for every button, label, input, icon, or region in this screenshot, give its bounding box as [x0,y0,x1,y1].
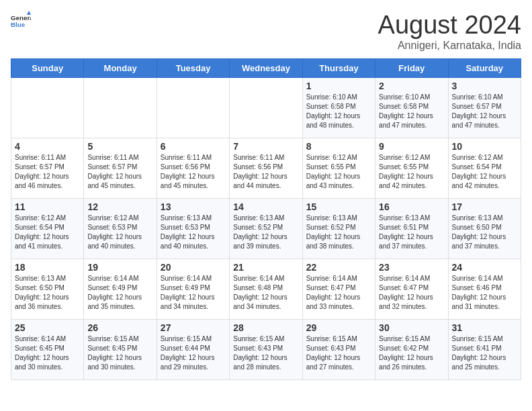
calendar-cell: 2Sunrise: 6:10 AM Sunset: 6:58 PM Daylig… [375,78,448,138]
day-number: 13 [161,201,226,212]
calendar-cell: 18Sunrise: 6:13 AM Sunset: 6:50 PM Dayli… [11,259,84,320]
day-number: 23 [379,262,444,273]
weekday-header-row: SundayMondayTuesdayWednesdayThursdayFrid… [11,59,521,78]
day-number: 25 [15,322,80,333]
title-block: August 2024 Annigeri, Karnataka, India [378,11,521,52]
calendar-cell [157,78,229,138]
day-info: Sunrise: 6:12 AM Sunset: 6:55 PM Dayligh… [306,153,371,191]
weekday-header-friday: Friday [375,59,448,78]
day-info: Sunrise: 6:14 AM Sunset: 6:49 PM Dayligh… [87,274,152,312]
day-number: 22 [306,262,371,273]
calendar-cell: 8Sunrise: 6:12 AM Sunset: 6:55 PM Daylig… [302,138,375,199]
calendar-cell: 24Sunrise: 6:14 AM Sunset: 6:46 PM Dayli… [448,259,521,320]
day-number: 16 [379,201,444,212]
calendar-cell: 17Sunrise: 6:13 AM Sunset: 6:50 PM Dayli… [448,199,521,259]
location: Annigeri, Karnataka, India [378,40,521,52]
weekday-header-wednesday: Wednesday [230,59,302,78]
day-number: 24 [452,262,517,273]
month-title: August 2024 [378,11,521,40]
weekday-header-sunday: Sunday [11,59,84,78]
day-number: 30 [379,322,444,333]
calendar-cell: 20Sunrise: 6:14 AM Sunset: 6:49 PM Dayli… [157,259,229,320]
logo-icon: General Blue [11,11,31,31]
calendar-cell: 5Sunrise: 6:11 AM Sunset: 6:57 PM Daylig… [84,138,157,199]
day-number: 19 [87,262,152,273]
day-number: 17 [452,201,517,212]
day-info: Sunrise: 6:12 AM Sunset: 6:54 PM Dayligh… [452,153,517,191]
calendar-cell: 16Sunrise: 6:13 AM Sunset: 6:51 PM Dayli… [375,199,448,259]
weekday-header-monday: Monday [84,59,157,78]
calendar-cell: 7Sunrise: 6:11 AM Sunset: 6:56 PM Daylig… [230,138,302,199]
calendar-table: SundayMondayTuesdayWednesdayThursdayFrid… [11,58,521,380]
day-info: Sunrise: 6:14 AM Sunset: 6:46 PM Dayligh… [452,274,517,312]
day-info: Sunrise: 6:14 AM Sunset: 6:45 PM Dayligh… [15,334,80,372]
calendar-week-row: 25Sunrise: 6:14 AM Sunset: 6:45 PM Dayli… [11,320,521,380]
day-info: Sunrise: 6:12 AM Sunset: 6:54 PM Dayligh… [15,214,80,251]
day-info: Sunrise: 6:10 AM Sunset: 6:57 PM Dayligh… [452,93,517,130]
day-info: Sunrise: 6:14 AM Sunset: 6:48 PM Dayligh… [233,274,298,312]
calendar-week-row: 4Sunrise: 6:11 AM Sunset: 6:57 PM Daylig… [11,138,521,199]
calendar-cell: 10Sunrise: 6:12 AM Sunset: 6:54 PM Dayli… [448,138,521,199]
day-info: Sunrise: 6:15 AM Sunset: 6:41 PM Dayligh… [452,334,517,372]
calendar-cell [11,78,84,138]
day-number: 5 [87,141,152,152]
day-info: Sunrise: 6:13 AM Sunset: 6:52 PM Dayligh… [233,214,298,251]
day-info: Sunrise: 6:13 AM Sunset: 6:52 PM Dayligh… [306,214,371,251]
calendar-cell [84,78,157,138]
day-number: 3 [452,81,517,91]
day-number: 29 [306,322,371,333]
day-number: 4 [15,141,80,152]
weekday-header-saturday: Saturday [448,59,521,78]
day-number: 27 [161,322,226,333]
day-info: Sunrise: 6:15 AM Sunset: 6:43 PM Dayligh… [233,334,298,372]
svg-marker-2 [27,11,31,15]
calendar-cell: 13Sunrise: 6:13 AM Sunset: 6:53 PM Dayli… [157,199,229,259]
day-number: 12 [87,201,152,212]
day-info: Sunrise: 6:10 AM Sunset: 6:58 PM Dayligh… [306,93,371,130]
day-number: 20 [161,262,226,273]
svg-text:Blue: Blue [11,21,26,28]
day-info: Sunrise: 6:15 AM Sunset: 6:45 PM Dayligh… [87,334,152,372]
svg-text:General: General [11,14,31,21]
day-info: Sunrise: 6:11 AM Sunset: 6:57 PM Dayligh… [87,153,152,191]
day-number: 28 [233,322,298,333]
day-info: Sunrise: 6:14 AM Sunset: 6:47 PM Dayligh… [379,274,444,312]
calendar-cell: 30Sunrise: 6:15 AM Sunset: 6:42 PM Dayli… [375,320,448,380]
calendar-cell: 19Sunrise: 6:14 AM Sunset: 6:49 PM Dayli… [84,259,157,320]
day-info: Sunrise: 6:15 AM Sunset: 6:44 PM Dayligh… [161,334,226,372]
day-info: Sunrise: 6:11 AM Sunset: 6:57 PM Dayligh… [15,153,80,191]
day-number: 21 [233,262,298,273]
day-number: 8 [306,141,371,152]
calendar-cell: 29Sunrise: 6:15 AM Sunset: 6:43 PM Dayli… [302,320,375,380]
calendar-week-row: 11Sunrise: 6:12 AM Sunset: 6:54 PM Dayli… [11,199,521,259]
day-info: Sunrise: 6:13 AM Sunset: 6:53 PM Dayligh… [161,214,226,251]
calendar-cell: 3Sunrise: 6:10 AM Sunset: 6:57 PM Daylig… [448,78,521,138]
day-info: Sunrise: 6:13 AM Sunset: 6:51 PM Dayligh… [379,214,444,251]
day-info: Sunrise: 6:11 AM Sunset: 6:56 PM Dayligh… [233,153,298,191]
day-number: 14 [233,201,298,212]
day-number: 11 [15,201,80,212]
day-number: 1 [306,81,371,91]
day-info: Sunrise: 6:15 AM Sunset: 6:43 PM Dayligh… [306,334,371,372]
day-info: Sunrise: 6:11 AM Sunset: 6:56 PM Dayligh… [161,153,226,191]
calendar-cell: 31Sunrise: 6:15 AM Sunset: 6:41 PM Dayli… [448,320,521,380]
calendar-cell: 1Sunrise: 6:10 AM Sunset: 6:58 PM Daylig… [302,78,375,138]
day-number: 7 [233,141,298,152]
day-info: Sunrise: 6:12 AM Sunset: 6:55 PM Dayligh… [379,153,444,191]
weekday-header-tuesday: Tuesday [157,59,229,78]
calendar-cell: 6Sunrise: 6:11 AM Sunset: 6:56 PM Daylig… [157,138,229,199]
day-info: Sunrise: 6:14 AM Sunset: 6:49 PM Dayligh… [161,274,226,312]
calendar-cell: 11Sunrise: 6:12 AM Sunset: 6:54 PM Dayli… [11,199,84,259]
calendar-cell: 23Sunrise: 6:14 AM Sunset: 6:47 PM Dayli… [375,259,448,320]
day-number: 10 [452,141,517,152]
day-info: Sunrise: 6:13 AM Sunset: 6:50 PM Dayligh… [15,274,80,312]
day-number: 9 [379,141,444,152]
day-info: Sunrise: 6:12 AM Sunset: 6:53 PM Dayligh… [87,214,152,251]
day-info: Sunrise: 6:14 AM Sunset: 6:47 PM Dayligh… [306,274,371,312]
calendar-cell: 26Sunrise: 6:15 AM Sunset: 6:45 PM Dayli… [84,320,157,380]
calendar-cell: 15Sunrise: 6:13 AM Sunset: 6:52 PM Dayli… [302,199,375,259]
calendar-cell: 21Sunrise: 6:14 AM Sunset: 6:48 PM Dayli… [230,259,302,320]
day-info: Sunrise: 6:10 AM Sunset: 6:58 PM Dayligh… [379,93,444,130]
calendar-cell: 25Sunrise: 6:14 AM Sunset: 6:45 PM Dayli… [11,320,84,380]
calendar-cell: 9Sunrise: 6:12 AM Sunset: 6:55 PM Daylig… [375,138,448,199]
